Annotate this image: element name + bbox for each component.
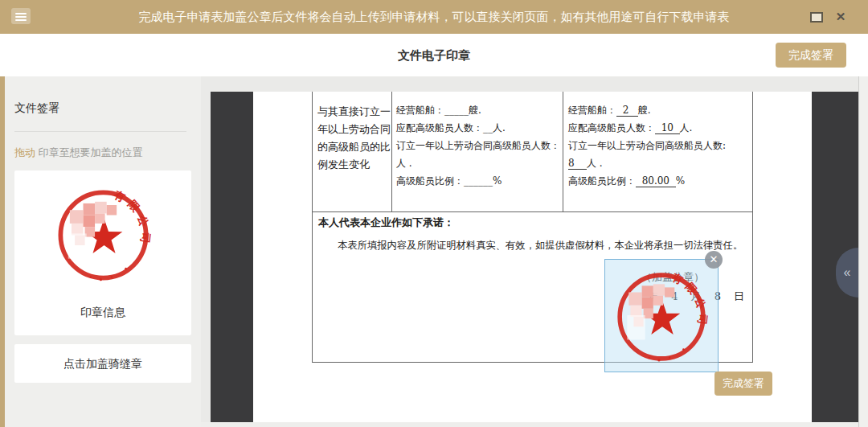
table-row-divider bbox=[312, 211, 752, 212]
seal-info-card: 印章信息 bbox=[14, 170, 191, 335]
sidebar-section-title: 文件签署 bbox=[14, 101, 59, 116]
horizontal-scrollbar[interactable] bbox=[201, 422, 858, 427]
title-bar: 完成电子申请表加盖公章后文件将会自动上传到申请材料，可以直接关闭页面，如有其他用… bbox=[0, 0, 868, 34]
company-seal-image[interactable] bbox=[53, 185, 154, 285]
form-line: 应配高级船员人数：__人. bbox=[396, 119, 560, 137]
commitment-body: 本表所填报内容及所附证明材料真实、有效，如提供虚假材料，本企业将承担一切法律责任… bbox=[338, 239, 743, 253]
form-line: 高级船员比例：______% bbox=[396, 172, 560, 190]
window-close-icon[interactable]: ✕ bbox=[833, 7, 849, 27]
form-line: 订立一年以上劳动合同高级船员人数： bbox=[396, 137, 560, 154]
vertical-scrollbar[interactable] bbox=[858, 76, 868, 427]
table-column-divider bbox=[563, 92, 563, 211]
seal-info-label: 印章信息 bbox=[14, 306, 191, 320]
commitment-heading: 本人代表本企业作如下承诺： bbox=[318, 216, 454, 230]
form-line: 订立一年以上劳动合同高级船员人数: bbox=[568, 137, 726, 154]
paging-seal-button[interactable]: 点击加盖骑缝章 bbox=[14, 344, 191, 383]
drag-hint-text: 印章至想要加盖的位置 bbox=[35, 146, 143, 158]
finish-sign-button-floating[interactable]: 完成签署 bbox=[714, 372, 772, 396]
form-line: 经营船舶：_____艘. bbox=[396, 101, 560, 119]
app-window: 完成电子申请表加盖公章后文件将会自动上传到申请材料，可以直接关闭页面，如有其他用… bbox=[0, 0, 868, 427]
page-title: 文件电子印章 bbox=[0, 34, 868, 76]
hamburger-menu-icon[interactable] bbox=[11, 8, 31, 24]
seal-overlay-close-icon[interactable]: ✕ bbox=[705, 251, 723, 269]
form-line: 人 . bbox=[396, 154, 560, 172]
form-row-label: 与其直接订立一年以上劳动合同的高级船员的比例发生变化 bbox=[317, 103, 391, 174]
form-line: 经营船舶： 2 艘. bbox=[568, 101, 726, 119]
company-seal-image[interactable] bbox=[612, 268, 710, 366]
form-line: 8 人 . bbox=[568, 154, 726, 172]
seal-drag-overlay[interactable] bbox=[604, 259, 719, 372]
blank-form-cell: 经营船舶：_____艘.应配高级船员人数：__人.订立一年以上劳动合同高级船员人… bbox=[396, 101, 560, 190]
drag-hint: 拖动 印章至想要加盖的位置 bbox=[14, 146, 143, 160]
sidebar-divider bbox=[14, 131, 186, 132]
form-line: 高级船员比例： 80.00 % bbox=[568, 172, 726, 190]
title-bar-message: 完成电子申请表加盖公章后文件将会自动上传到申请材料，可以直接关闭页面，如有其他用… bbox=[0, 0, 868, 34]
window-restore-icon[interactable] bbox=[810, 12, 823, 23]
finish-sign-button-header[interactable]: 完成签署 bbox=[776, 43, 846, 68]
drag-hint-emphasis: 拖动 bbox=[14, 146, 35, 158]
form-line: 应配高级船员人数： 10 人. bbox=[568, 119, 726, 137]
table-column-divider bbox=[391, 92, 392, 211]
filled-form-cell: 经营船舶： 2 艘.应配高级船员人数： 10 人.订立一年以上劳动合同高级船员人… bbox=[568, 101, 726, 190]
